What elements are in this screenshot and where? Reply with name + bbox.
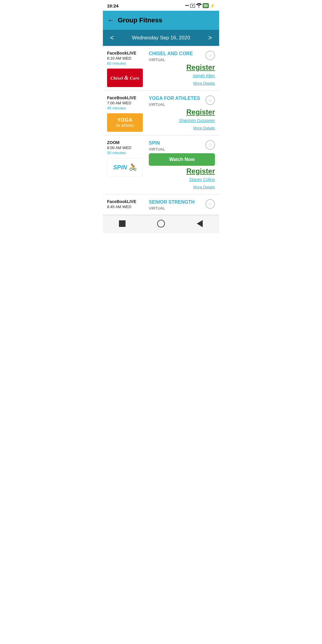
- stop-button[interactable]: [117, 219, 127, 228]
- date-navigation: < Wednesday Sep 16, 2020 >: [103, 30, 219, 46]
- class-time: 7:00 AM WED: [107, 101, 146, 105]
- class-row-top: SENIOR STRENGTH VIRTUAL ☆: [149, 199, 215, 210]
- class-platform: FaceBookLIVE: [107, 51, 146, 55]
- class-name: SPIN: [149, 140, 165, 146]
- chisel-core-image: Chisel & Core: [107, 69, 143, 87]
- wifi-icon: [196, 3, 202, 8]
- yoga-image-text: YOGA for athletes: [116, 117, 134, 128]
- class-item-senior-strength: FaceBookLIVE 8:45 AM WED SENIOR STRENGTH…: [103, 194, 219, 215]
- yoga-athletes-image: YOGA for athletes: [107, 113, 143, 132]
- back-nav-button[interactable]: [195, 219, 205, 228]
- class-row-top: YOGA FOR ATHLETES VIRTUAL ☆: [149, 95, 215, 107]
- favorite-button[interactable]: ☆: [205, 140, 215, 150]
- class-right-col: SPIN VIRTUAL ☆ Watch Now Register Stacey…: [149, 140, 215, 191]
- back-button[interactable]: ←: [108, 16, 114, 24]
- favorite-button[interactable]: ☆: [205, 51, 215, 60]
- watch-now-button[interactable]: Watch Now: [149, 153, 215, 166]
- current-date: Wednesday Sep 16, 2020: [132, 35, 190, 41]
- bottom-nav-bar: [103, 215, 219, 233]
- register-button[interactable]: Register: [149, 168, 215, 175]
- next-date-button[interactable]: >: [206, 34, 214, 42]
- class-time: 8:00 AM WED: [107, 145, 146, 150]
- class-name: CHISEL AND CORE: [149, 51, 193, 57]
- class-type: VIRTUAL: [149, 206, 195, 210]
- class-item-chisel-core: FaceBookLIVE 6:10 AM WED 60 minutes Chis…: [103, 46, 219, 91]
- class-platform: ZOOM: [107, 140, 146, 145]
- square-icon: [119, 220, 126, 227]
- instructor-link[interactable]: Shannon Oussoren: [149, 118, 215, 123]
- circle-icon: [157, 220, 165, 227]
- class-right-col: YOGA FOR ATHLETES VIRTUAL ☆ Register Sha…: [149, 95, 215, 132]
- class-right-col: SENIOR STRENGTH VIRTUAL ☆: [149, 199, 215, 210]
- register-button[interactable]: Register: [149, 109, 215, 116]
- class-row-top: SPIN VIRTUAL ☆: [149, 140, 215, 151]
- class-time: 8:45 AM WED: [107, 205, 146, 209]
- class-right-col: CHISEL AND CORE VIRTUAL ☆ Register Isiej…: [149, 51, 215, 87]
- favorite-button[interactable]: ☆: [205, 199, 215, 209]
- status-time: 10:24: [107, 3, 118, 8]
- status-bar: 10:24 ••• ✕ 99 ⚡: [103, 0, 219, 11]
- class-duration: 50 minutes: [107, 151, 146, 155]
- class-duration: 45 minutes: [107, 106, 146, 110]
- more-details-link[interactable]: More Details: [149, 126, 215, 132]
- class-left-col: FaceBookLIVE 6:10 AM WED 60 minutes Chis…: [107, 51, 146, 87]
- instructor-link[interactable]: Isiejah Allen: [149, 73, 215, 78]
- page-title: Group Fitness: [118, 16, 162, 24]
- class-platform: FaceBookLIVE: [107, 95, 146, 100]
- class-item-spin: ZOOM 8:00 AM WED 50 minutes SPIN 🚴 SPIN …: [103, 135, 219, 194]
- class-item-yoga-athletes: FaceBookLIVE 7:00 AM WED 45 minutes YOGA…: [103, 91, 219, 135]
- class-name: SENIOR STRENGTH: [149, 199, 195, 205]
- chisel-core-image-text: Chisel & Core: [110, 75, 139, 81]
- class-name: YOGA FOR ATHLETES: [149, 95, 200, 101]
- class-type: VIRTUAL: [149, 147, 165, 151]
- class-time: 6:10 AM WED: [107, 56, 146, 61]
- signal-icon: •••: [185, 4, 189, 8]
- spin-image-content: SPIN 🚴: [113, 163, 137, 171]
- class-platform: FaceBookLIVE: [107, 199, 146, 204]
- charging-icon: ⚡: [210, 3, 215, 8]
- favorite-button[interactable]: ☆: [205, 95, 215, 105]
- prev-date-button[interactable]: <: [108, 34, 116, 42]
- class-left-col: ZOOM 8:00 AM WED 50 minutes SPIN 🚴: [107, 140, 146, 177]
- triangle-icon: [197, 220, 203, 227]
- status-icons: ••• ✕ 99 ⚡: [185, 3, 215, 8]
- class-row-top: CHISEL AND CORE VIRTUAL ☆: [149, 51, 215, 62]
- bike-icon: 🚴: [129, 163, 137, 171]
- class-type: VIRTUAL: [149, 102, 200, 107]
- more-details-link[interactable]: More Details: [149, 185, 215, 191]
- app-header: ← Group Fitness: [103, 11, 219, 30]
- home-button[interactable]: [156, 219, 166, 228]
- class-left-col: FaceBookLIVE 7:00 AM WED 45 minutes YOGA…: [107, 95, 146, 132]
- register-button[interactable]: Register: [149, 64, 215, 71]
- class-left-col: FaceBookLIVE 8:45 AM WED: [107, 199, 146, 209]
- class-duration: 60 minutes: [107, 61, 146, 66]
- notification-icon: ✕: [190, 4, 195, 8]
- class-type: VIRTUAL: [149, 58, 193, 62]
- spin-image: SPIN 🚴: [107, 158, 143, 177]
- instructor-link[interactable]: Stacey Colino: [149, 177, 215, 182]
- spin-text: SPIN: [113, 164, 127, 171]
- class-list: FaceBookLIVE 6:10 AM WED 60 minutes Chis…: [103, 46, 219, 215]
- battery-icon: 99: [203, 3, 209, 8]
- more-details-link[interactable]: More Details: [149, 81, 215, 87]
